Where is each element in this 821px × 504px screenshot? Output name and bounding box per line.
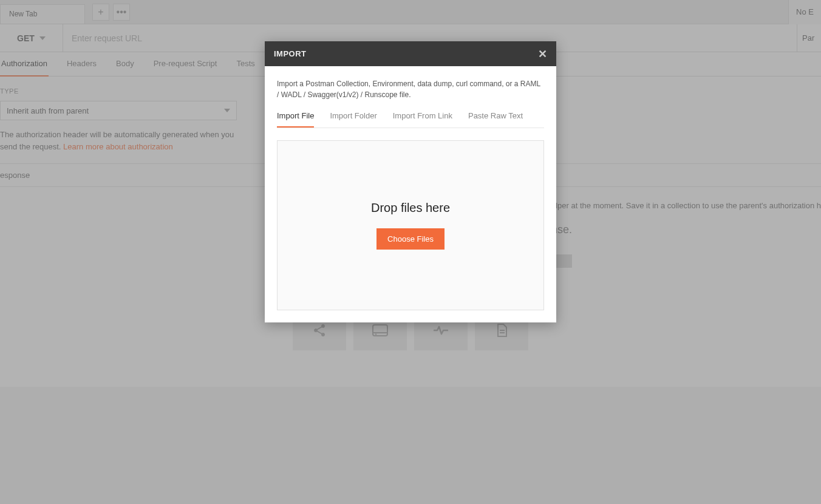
tab-paste-raw[interactable]: Paste Raw Text	[468, 111, 523, 128]
import-modal: IMPORT ✕ Import a Postman Collection, En…	[265, 41, 556, 322]
dropzone-text: Drop files here	[371, 201, 450, 215]
tab-import-file[interactable]: Import File	[277, 111, 314, 128]
modal-title: IMPORT	[274, 49, 307, 58]
choose-files-button[interactable]: Choose Files	[376, 228, 445, 250]
tab-import-folder[interactable]: Import Folder	[330, 111, 376, 128]
modal-description: Import a Postman Collection, Environment…	[277, 78, 544, 100]
modal-header: IMPORT ✕	[265, 41, 556, 66]
file-dropzone[interactable]: Drop files here Choose Files	[277, 140, 544, 310]
close-icon[interactable]: ✕	[538, 49, 548, 60]
modal-overlay: IMPORT ✕ Import a Postman Collection, En…	[0, 0, 821, 504]
tab-import-link[interactable]: Import From Link	[393, 111, 452, 128]
modal-body: Import a Postman Collection, Environment…	[265, 66, 556, 322]
import-tabs: Import File Import Folder Import From Li…	[277, 111, 544, 128]
